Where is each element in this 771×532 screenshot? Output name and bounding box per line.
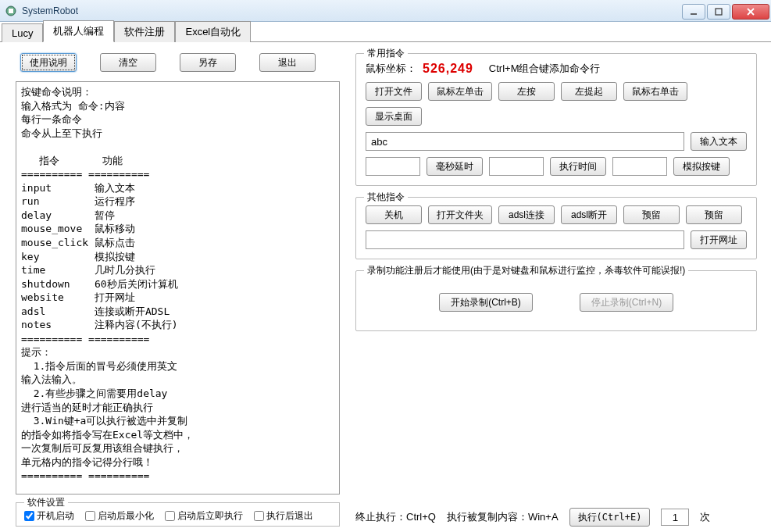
maximize-button[interactable] [707, 4, 730, 20]
chk-exit-after[interactable]: 执行后退出 [254, 509, 313, 523]
close-button[interactable] [732, 4, 769, 20]
svg-rect-3 [716, 9, 722, 15]
open-url-button[interactable]: 打开网址 [691, 230, 747, 249]
open-folder-button[interactable]: 打开文件夹 [428, 205, 492, 224]
common-commands-panel: 常用指令 鼠标坐标： 526,249 Ctrl+M组合键添加命令行 打开文件 鼠… [355, 53, 757, 186]
input-text-button[interactable]: 输入文本 [691, 132, 747, 151]
shutdown-button[interactable]: 关机 [366, 205, 422, 224]
repeat-hint: 执行被复制内容：Win+A [447, 510, 559, 524]
left-release-button[interactable]: 左提起 [561, 82, 617, 101]
script-textarea[interactable] [16, 82, 339, 494]
coord-hint: Ctrl+M组合键添加命令行 [489, 62, 601, 76]
reserved-button-2[interactable]: 预留 [686, 205, 742, 224]
chk-minimize[interactable]: 启动后最小化 [85, 509, 154, 523]
tab-robot-programming[interactable]: 机器人编程 [43, 20, 114, 42]
chk-startup[interactable]: 开机启动 [24, 509, 74, 523]
start-record-button[interactable]: 开始录制(Ctrl+B) [439, 293, 533, 312]
show-desktop-button[interactable]: 显示桌面 [366, 107, 422, 126]
mouse-right-click-button[interactable]: 鼠标右单击 [623, 82, 687, 101]
tab-excel-automation[interactable]: Excel自动化 [175, 21, 251, 42]
execute-button[interactable]: 执行(Ctrl+E) [569, 508, 651, 527]
chk-run-now[interactable]: 启动后立即执行 [165, 509, 243, 523]
clear-button[interactable]: 清空 [100, 53, 156, 72]
coord-label: 鼠标坐标： [366, 62, 416, 76]
adsl-disconnect-button[interactable]: adsl断开 [561, 205, 617, 224]
left-press-button[interactable]: 左按 [498, 82, 555, 101]
url-input[interactable] [366, 230, 684, 249]
saveas-button[interactable]: 另存 [180, 53, 236, 72]
tabbar: Lucy 机器人编程 软件注册 Excel自动化 [0, 22, 771, 42]
coord-value: 526,249 [423, 62, 473, 76]
record-legend: 录制功能注册后才能使用(由于是对键盘和鼠标进行监控，杀毒软件可能误报!) [364, 264, 688, 277]
open-file-button[interactable]: 打开文件 [366, 82, 422, 101]
exec-time-input[interactable] [489, 157, 544, 176]
times-label: 次 [700, 510, 710, 524]
tab-lucy[interactable]: Lucy [2, 23, 43, 42]
window-title: SystemRobot [22, 5, 78, 16]
stop-hint: 终止执行：Ctrl+Q [355, 510, 436, 524]
svg-rect-1 [9, 9, 13, 13]
reserved-button-1[interactable]: 预留 [623, 205, 680, 224]
titlebar: SystemRobot [0, 0, 771, 22]
footer-row: 终止执行：Ctrl+Q 执行被复制内容：Win+A 执行(Ctrl+E) 次 [355, 508, 757, 527]
tab-software-register[interactable]: 软件注册 [114, 21, 175, 42]
ms-delay-button[interactable]: 毫秒延时 [427, 157, 483, 176]
other-legend: 其他指令 [364, 191, 408, 204]
mouse-left-click-button[interactable]: 鼠标左单击 [428, 82, 492, 101]
stop-record-button[interactable]: 停止录制(Ctrl+N) [580, 293, 673, 312]
sim-key-button[interactable]: 模拟按键 [673, 157, 730, 176]
exec-count-input[interactable] [661, 509, 689, 526]
adsl-connect-button[interactable]: adsl连接 [498, 205, 555, 224]
app-icon [5, 5, 17, 17]
minimize-button[interactable] [682, 4, 705, 20]
instructions-button[interactable]: 使用说明 [20, 53, 77, 72]
common-legend: 常用指令 [364, 47, 408, 60]
exec-time-button[interactable]: 执行时间 [550, 157, 606, 176]
record-panel: 录制功能注册后才能使用(由于是对键盘和鼠标进行监控，杀毒软件可能误报!) 开始录… [355, 270, 757, 331]
text-input[interactable] [366, 132, 684, 151]
sim-key-input[interactable] [612, 157, 667, 176]
other-commands-panel: 其他指令 关机 打开文件夹 adsl连接 adsl断开 预留 预留 打开网址 [355, 197, 757, 259]
exit-button[interactable]: 退出 [259, 53, 316, 72]
settings-legend: 软件设置 [24, 496, 68, 509]
delay-input[interactable] [366, 157, 420, 176]
